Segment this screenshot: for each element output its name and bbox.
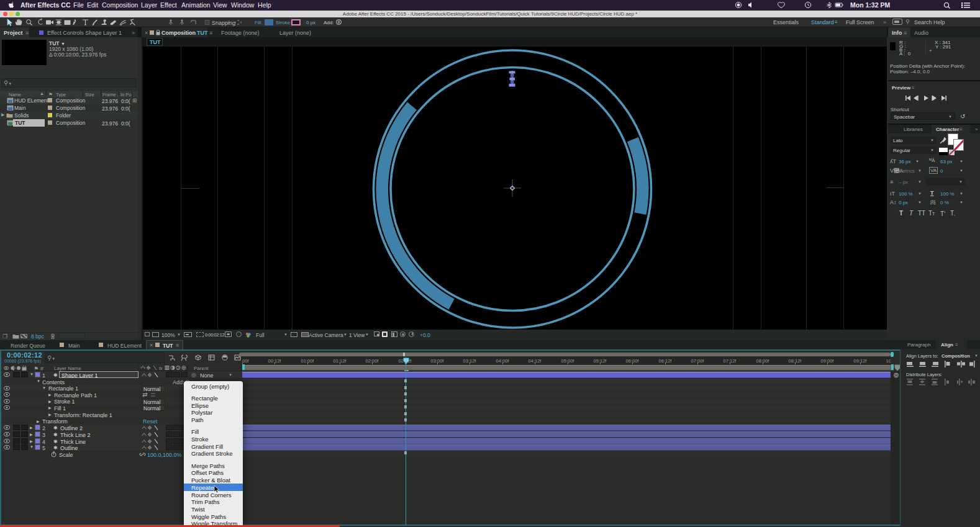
svg-text:Snapping: Snapping [212,20,235,26]
svg-text:fx: fx [159,366,163,371]
